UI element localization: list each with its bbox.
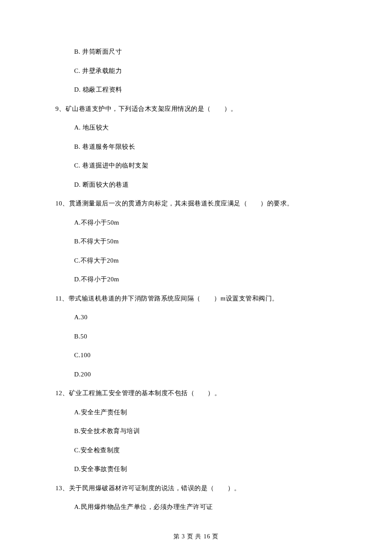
page-footer: 第 3 页 共 16 页	[0, 533, 392, 541]
question-10-option-a: A.不得小于50m	[74, 218, 337, 228]
question-10-stem: 10、贯通测量最后一次的贯通方向标定，其未掘巷道长度应满足（ ）的要求。	[55, 199, 337, 208]
question-11-option-a: A.30	[74, 312, 337, 322]
leading-option-b: B. 井筒断面尺寸	[74, 47, 337, 57]
question-10-option-d: D.不得小于20m	[74, 275, 337, 284]
question-13-option-a: A.民用爆炸物品生产单位，必须办理生产许可证	[74, 502, 337, 512]
question-12-option-c: C.安全检查制度	[74, 445, 337, 455]
question-11-option-c: C.100	[74, 350, 337, 360]
question-12-option-b: B.安全技术教育与培训	[74, 426, 337, 436]
question-11-option-b: B.50	[74, 332, 337, 341]
question-12-option-a: A.安全生产责任制	[74, 408, 337, 417]
question-9-stem: 9、矿山巷道支护中，下列适合木支架应用情况的是（ ）。	[55, 104, 337, 114]
question-10-option-b: B.不得大于50m	[74, 237, 337, 246]
question-9-option-a: A. 地压较大	[74, 123, 337, 133]
question-9-option-c: C. 巷道掘进中的临时支架	[74, 161, 337, 171]
question-12-option-d: D.安全事故责任制	[74, 464, 337, 474]
question-9-option-d: D. 断面较大的巷道	[74, 180, 337, 190]
question-9-option-b: B. 巷道服务年限较长	[74, 142, 337, 152]
question-12-stem: 12、矿业工程施工安全管理的基本制度不包括（ ）。	[55, 388, 337, 398]
question-13-stem: 13、关于民用爆破器材许可证制度的说法，错误的是（ ）。	[55, 483, 337, 493]
document-page: B. 井筒断面尺寸 C. 井壁承载能力 D. 稳蔽工程资料 9、矿山巷道支护中，…	[0, 0, 392, 555]
question-10-option-c: C.不得大于20m	[74, 256, 337, 266]
question-11-option-d: D.200	[74, 370, 337, 379]
question-11-stem: 11、带式输送机巷道的井下消防管路系统应间隔（ ）m设置支管和阀门。	[55, 294, 337, 304]
leading-option-d: D. 稳蔽工程资料	[74, 85, 337, 95]
leading-option-c: C. 井壁承载能力	[74, 66, 337, 76]
